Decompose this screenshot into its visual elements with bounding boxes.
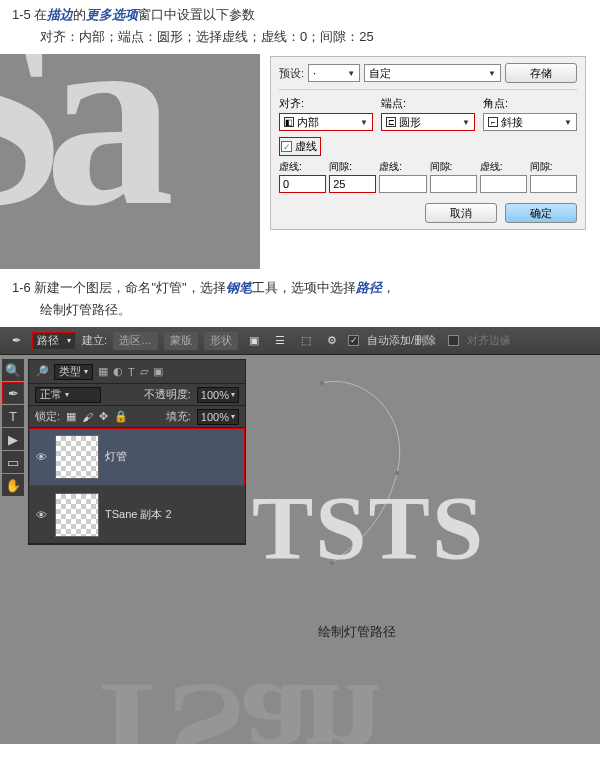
fill-input[interactable]: 100%▾ [197, 409, 239, 425]
dash3-input[interactable] [480, 175, 527, 193]
auto-add-checkbox[interactable] [348, 335, 359, 346]
path-ops-icon[interactable]: ▣ [244, 331, 264, 351]
dash-checkbox[interactable]: ✓虚线 [279, 137, 321, 156]
align-label: 对齐: [279, 96, 373, 111]
svg-point-0 [320, 381, 324, 385]
emph-more-options: 更多选项 [86, 7, 138, 22]
opacity-label: 不透明度: [144, 387, 191, 402]
gap1-input[interactable] [329, 175, 376, 193]
cap-label: 端点: [381, 96, 475, 111]
build-label: 建立: [82, 333, 107, 348]
pen-tool-icon: ✒ [6, 331, 26, 351]
sample-text: Sa [0, 54, 155, 265]
layer-thumbnail [55, 435, 99, 479]
canvas-preview: Sa [0, 54, 260, 269]
path-select-tool-icon[interactable]: ▶ [2, 428, 24, 450]
shape-tool-icon[interactable]: ▭ [2, 451, 24, 473]
build-shape-button[interactable]: 形状 [204, 332, 238, 350]
corner-label: 角点: [483, 96, 577, 111]
layer-name: TSane 副本 2 [105, 507, 172, 522]
visibility-icon[interactable]: 👁 [33, 509, 49, 521]
fill-label: 填充: [166, 409, 191, 424]
path-align-icon[interactable]: ☰ [270, 331, 290, 351]
path-arrange-icon[interactable]: ⬚ [296, 331, 316, 351]
opacity-input[interactable]: 100%▾ [197, 387, 239, 403]
save-button[interactable]: 存储 [505, 63, 577, 83]
filter-kind-icon[interactable]: 🔎 [35, 365, 49, 378]
build-selection-button[interactable]: 选区… [113, 332, 158, 350]
dash2-input[interactable] [379, 175, 426, 193]
preset-select[interactable]: ·▼ [308, 64, 360, 82]
stroke-options-dialog: 预设: ·▼ 自定▼ 存储 对齐: ◧内部▼ 端点: ⊏圆形▼ 角点: ⌐斜接▼… [270, 56, 586, 230]
gap3-input[interactable] [530, 175, 577, 193]
lock-transparent-icon[interactable]: ▦ [66, 410, 76, 423]
filter-shape-icon[interactable]: ▱ [140, 365, 148, 378]
align-select[interactable]: ◧内部▼ [279, 113, 373, 131]
align-inside-icon: ◧ [284, 117, 294, 127]
emph-stroke: 描边 [47, 7, 73, 22]
ok-button[interactable]: 确定 [505, 203, 577, 223]
corner-miter-icon: ⌐ [488, 117, 498, 127]
cap-select[interactable]: ⊏圆形▼ [381, 113, 475, 131]
filter-type-icon[interactable]: T [128, 366, 135, 378]
preset-name-select[interactable]: 自定▼ [364, 64, 501, 82]
step-num: 1-5 [12, 7, 31, 22]
step-1-5-heading: 1-5 在描边的更多选项窗口中设置以下参数 [0, 0, 600, 26]
gap2-input[interactable] [430, 175, 477, 193]
lock-paint-icon[interactable]: 🖌 [82, 411, 93, 423]
layer-row[interactable]: 👁 TSane 副本 2 [29, 486, 245, 544]
step-1-6-line2: 绘制灯管路径。 [0, 299, 600, 327]
preset-label: 预设: [279, 66, 304, 81]
align-edges-checkbox[interactable] [448, 335, 459, 346]
hand-tool-icon[interactable]: ✋ [2, 474, 24, 496]
canvas-sample-text: TSTS [252, 475, 485, 581]
build-mask-button[interactable]: 蒙版 [164, 332, 198, 350]
lock-move-icon[interactable]: ✥ [99, 410, 108, 423]
figure-1-5: Sa 预设: ·▼ 自定▼ 存储 对齐: ◧内部▼ 端点: ⊏圆形▼ 角点: ⌐… [0, 54, 600, 269]
layer-row-active[interactable]: 👁 灯管 [29, 428, 245, 486]
reflection-text: TSan [80, 655, 375, 744]
corner-select[interactable]: ⌐斜接▼ [483, 113, 577, 131]
gear-icon[interactable]: ⚙ [322, 331, 342, 351]
ps-tools-strip: 🔍 ✒ T ▶ ▭ ✋ [2, 359, 24, 496]
ps-options-bar: ✒ 路径▾ 建立: 选区… 蒙版 形状 ▣ ☰ ⬚ ⚙ 自动添加/删除 对齐边缘 [0, 327, 600, 355]
pen-tool-button[interactable]: ✒ [2, 382, 24, 404]
dash1-input[interactable] [279, 175, 326, 193]
filter-type-select[interactable]: 类型▾ [54, 364, 93, 380]
magnify-tool-icon[interactable]: 🔍 [2, 359, 24, 381]
emph-path: 路径 [356, 280, 382, 295]
emph-pen: 钢笔 [226, 280, 252, 295]
filter-smart-icon[interactable]: ▣ [153, 365, 163, 378]
cap-round-icon: ⊏ [386, 117, 396, 127]
cancel-button[interactable]: 取消 [425, 203, 497, 223]
figure-1-6: ✒ 路径▾ 建立: 选区… 蒙版 形状 ▣ ☰ ⬚ ⚙ 自动添加/删除 对齐边缘… [0, 327, 600, 744]
layer-thumbnail [55, 493, 99, 537]
tool-mode-select[interactable]: 路径▾ [32, 332, 76, 350]
figure-caption: 绘制灯管路径 [318, 623, 396, 641]
filter-pixel-icon[interactable]: ▦ [98, 365, 108, 378]
type-tool-icon[interactable]: T [2, 405, 24, 427]
filter-adjust-icon[interactable]: ◐ [113, 365, 123, 378]
layer-name: 灯管 [105, 449, 127, 464]
step-1-5-sub: 对齐：内部；端点：圆形；选择虚线；虚线：0；间隙：25 [0, 26, 600, 54]
step-1-6-heading: 1-6 新建一个图层，命名"灯管"，选择钢笔工具，选项中选择路径， [0, 269, 600, 299]
lock-all-icon[interactable]: 🔒 [114, 410, 128, 423]
step-num-16: 1-6 [12, 280, 31, 295]
visibility-icon[interactable]: 👁 [33, 451, 49, 463]
layers-panel: 🔎 类型▾ ▦ ◐ T ▱ ▣ 正常▾ 不透明度: 100%▾ 锁定: ▦ 🖌 … [28, 359, 246, 545]
blend-mode-select[interactable]: 正常▾ [35, 387, 101, 403]
lock-label: 锁定: [35, 409, 60, 424]
